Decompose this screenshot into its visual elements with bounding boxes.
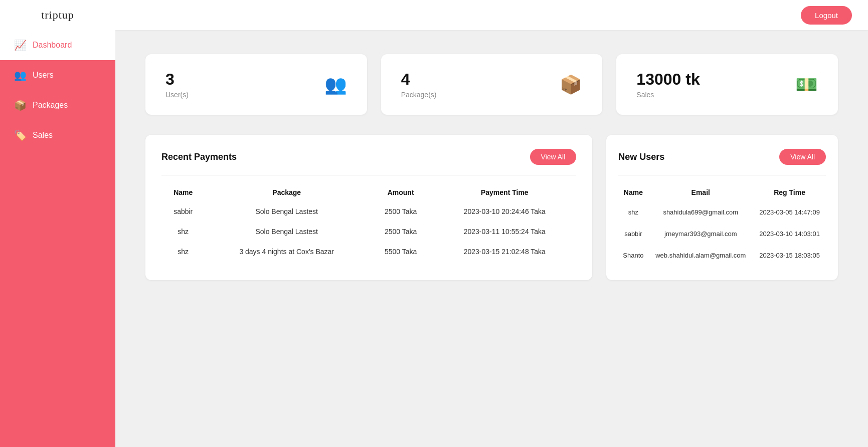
stat-label-packages: Package(s) [401, 91, 437, 99]
stat-number-users: 3 [165, 70, 189, 89]
table-row: sabbir jrneymar393@gmail.com 2023-03-10 … [618, 223, 826, 245]
new-users-card-header: New Users View All [618, 149, 826, 165]
col-package: Package [205, 183, 369, 201]
payments-table-body: sabbir Solo Bengal Lastest 2500 Taka 202… [161, 201, 576, 262]
payment-name: sabbir [161, 201, 205, 221]
sidebar-item-sales[interactable]: 🏷️ Sales [0, 120, 115, 150]
sidebar-item-sales-label: Sales [33, 131, 53, 140]
payments-card-header: Recent Payments View All [161, 149, 576, 165]
payments-table-header-row: Name Package Amount Payment Time [161, 183, 576, 201]
col-amount: Amount [369, 183, 433, 201]
user-email: shahidula699@gmail.com [648, 201, 753, 223]
payment-amount: 5500 Taka [369, 242, 433, 262]
table-row: shz shahidula699@gmail.com 2023-03-05 14… [618, 201, 826, 223]
stat-icon-packages: 📦 [560, 74, 582, 95]
app-logo: triptup [41, 9, 74, 22]
stat-info-users: 3 User(s) [165, 70, 189, 99]
payment-time: 2023-03-11 10:55:24 Taka [433, 221, 576, 242]
packages-icon: 📦 [14, 99, 27, 111]
payments-table-head: Name Package Amount Payment Time [161, 183, 576, 201]
users-icon: 👥 [14, 69, 27, 81]
new-users-table-body: shz shahidula699@gmail.com 2023-03-05 14… [618, 201, 826, 266]
payment-package: Solo Bengal Lastest [205, 221, 369, 242]
logout-button[interactable]: Logout [801, 6, 852, 25]
payment-time: 2023-03-10 20:24:46 Taka [433, 201, 576, 221]
sidebar: triptup 📈 Dashboard 👥 Users 📦 Packages 🏷… [0, 0, 115, 447]
col-name: Name [161, 183, 205, 201]
col-email: Email [648, 183, 753, 201]
payment-time: 2023-03-15 21:02:48 Taka [433, 242, 576, 262]
bottom-row: Recent Payments View All Name Package Am… [145, 135, 838, 280]
new-users-table: Name Email Reg Time shz shahidula699@gma… [618, 183, 826, 266]
header: Logout [115, 0, 868, 30]
user-email: web.shahidul.alam@gmail.com [648, 245, 753, 266]
payment-amount: 2500 Taka [369, 221, 433, 242]
stat-card-packages: 4 Package(s) 📦 [381, 54, 603, 115]
col-user-name: Name [618, 183, 648, 201]
new-users-table-head: Name Email Reg Time [618, 183, 826, 201]
stat-label-users: User(s) [165, 91, 189, 99]
col-reg-time: Reg Time [753, 183, 826, 201]
stat-info-sales: 13000 tk Sales [636, 70, 700, 99]
new-users-divider [618, 175, 826, 175]
user-email: jrneymar393@gmail.com [648, 223, 753, 245]
stat-card-sales: 13000 tk Sales 💵 [616, 54, 838, 115]
user-name: Shanto [618, 245, 648, 266]
user-name: sabbir [618, 223, 648, 245]
sales-icon: 🏷️ [14, 129, 27, 141]
new-users-card: New Users View All Name Email Reg Time s… [606, 135, 838, 280]
new-users-header-row: Name Email Reg Time [618, 183, 826, 201]
dashboard-icon: 📈 [14, 39, 27, 51]
payment-amount: 2500 Taka [369, 201, 433, 221]
stats-row: 3 User(s) 👥 4 Package(s) 📦 13000 tk Sale… [145, 54, 838, 115]
col-payment-time: Payment Time [433, 183, 576, 201]
stat-icon-users: 👥 [324, 74, 347, 95]
content: 3 User(s) 👥 4 Package(s) 📦 13000 tk Sale… [115, 30, 868, 447]
sidebar-item-dashboard-label: Dashboard [33, 41, 72, 50]
payment-package: 3 days 4 nights at Cox's Bazar [205, 242, 369, 262]
sidebar-item-packages-label: Packages [33, 101, 68, 110]
table-row: sabbir Solo Bengal Lastest 2500 Taka 202… [161, 201, 576, 221]
user-reg-time: 2023-03-10 14:03:01 [753, 223, 826, 245]
user-reg-time: 2023-03-15 18:03:05 [753, 245, 826, 266]
payment-package: Solo Bengal Lastest [205, 201, 369, 221]
table-row: Shanto web.shahidul.alam@gmail.com 2023-… [618, 245, 826, 266]
payments-view-all-button[interactable]: View All [530, 149, 577, 165]
table-row: shz Solo Bengal Lastest 2500 Taka 2023-0… [161, 221, 576, 242]
payment-name: shz [161, 242, 205, 262]
payments-card-title: Recent Payments [161, 152, 237, 162]
new-users-view-all-button[interactable]: View All [779, 149, 826, 165]
stat-number-packages: 4 [401, 70, 437, 89]
table-row: shz 3 days 4 nights at Cox's Bazar 5500 … [161, 242, 576, 262]
main-area: Logout 3 User(s) 👥 4 Package(s) 📦 [115, 0, 868, 447]
stat-number-sales: 13000 tk [636, 70, 700, 89]
user-name: shz [618, 201, 648, 223]
sidebar-logo-area: triptup [0, 0, 115, 30]
stat-card-users: 3 User(s) 👥 [145, 54, 367, 115]
payments-card: Recent Payments View All Name Package Am… [145, 135, 592, 280]
stat-icon-sales: 💵 [795, 74, 818, 95]
sidebar-item-users-label: Users [33, 71, 54, 80]
payments-divider [161, 175, 576, 175]
sidebar-item-users[interactable]: 👥 Users [0, 60, 115, 90]
sidebar-item-packages[interactable]: 📦 Packages [0, 90, 115, 120]
user-reg-time: 2023-03-05 14:47:09 [753, 201, 826, 223]
sidebar-item-dashboard[interactable]: 📈 Dashboard [0, 30, 115, 60]
payments-table: Name Package Amount Payment Time sabbir … [161, 183, 576, 262]
stat-info-packages: 4 Package(s) [401, 70, 437, 99]
new-users-card-title: New Users [618, 152, 664, 162]
stat-label-sales: Sales [636, 91, 700, 99]
payment-name: shz [161, 221, 205, 242]
